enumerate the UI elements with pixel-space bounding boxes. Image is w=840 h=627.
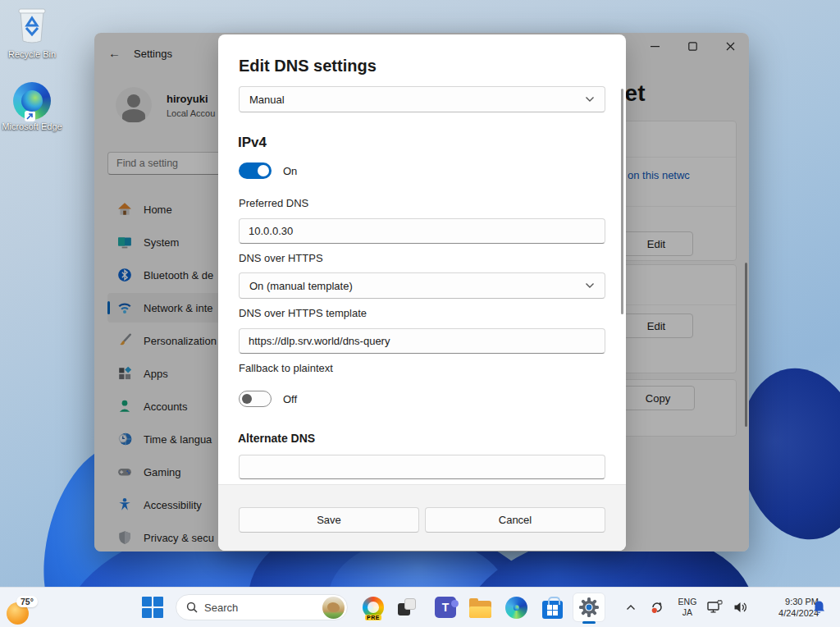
copilot-icon: PRE: [363, 597, 384, 618]
taskbar-teams-button[interactable]: T: [432, 594, 459, 620]
desktop-icon-label: Recycle Bin: [0, 49, 64, 60]
taskbar-task-view-button[interactable]: [394, 594, 420, 620]
language-line2: JA: [682, 607, 692, 618]
cancel-button[interactable]: Cancel: [425, 507, 605, 533]
tray-notification-bell[interactable]: [806, 587, 832, 627]
taskbar-search[interactable]: Search: [176, 594, 348, 620]
doh-label: DNS over HTTPS: [239, 252, 323, 264]
doh-template-label: DNS over HTTPS template: [239, 307, 367, 319]
bell-icon: [812, 600, 826, 615]
shortcut-arrow-icon: [25, 111, 35, 121]
edit-dns-dialog: Edit DNS settings Manual IPv4 On Preferr…: [218, 34, 626, 551]
file-explorer-icon: [469, 601, 491, 618]
tray-update-status[interactable]: [645, 587, 669, 627]
dialog-footer: Save Cancel: [218, 484, 626, 551]
weather-widget[interactable]: 75°: [3, 593, 52, 625]
dialog-scrollbar[interactable]: [621, 89, 623, 314]
fallback-toggle[interactable]: [239, 391, 272, 407]
start-icon: [142, 608, 152, 618]
search-icon: [186, 602, 198, 613]
teams-icon: T: [435, 597, 456, 618]
microsoft-store-icon: [542, 601, 563, 619]
desktop: Recycle Bin Microsoft Edge ← Settings hi…: [0, 0, 840, 627]
preferred-dns-label: Preferred DNS: [239, 197, 308, 209]
edge-icon: [505, 597, 527, 619]
folder-front: [469, 606, 491, 618]
chevron-down-icon: [585, 282, 595, 289]
edge-icon: [13, 82, 51, 120]
taskbar-edge-button[interactable]: [503, 594, 529, 620]
search-label: Search: [204, 602, 322, 614]
tray-language-indicator[interactable]: ENG JA: [673, 587, 702, 627]
chevron-down-icon: [585, 96, 595, 103]
start-icon: [142, 597, 152, 606]
toggle-knob: [258, 165, 269, 176]
alternate-dns-heading: Alternate DNS: [238, 432, 315, 445]
ipv4-toggle-label: On: [283, 165, 297, 177]
dns-mode-value: Manual: [249, 94, 285, 106]
toggle-knob: [242, 394, 252, 404]
settings-gear-icon: [578, 597, 600, 618]
temperature-badge: 75°: [16, 596, 38, 607]
taskbar-file-explorer-button[interactable]: [467, 594, 493, 620]
start-button[interactable]: [141, 596, 164, 619]
dns-mode-select[interactable]: Manual: [239, 86, 605, 112]
taskbar-settings-button[interactable]: [573, 593, 605, 622]
fallback-toggle-label: Off: [283, 393, 297, 405]
taskbar-copilot-button[interactable]: PRE: [360, 594, 386, 620]
start-icon: [153, 608, 163, 618]
settings-active-indicator: [582, 621, 596, 624]
doh-template-input[interactable]: [239, 328, 605, 354]
tray-volume-button[interactable]: [728, 587, 753, 627]
doh-select[interactable]: On (manual template): [239, 272, 605, 299]
dialog-title: Edit DNS settings: [239, 57, 377, 76]
search-highlight-image: [322, 597, 345, 619]
desktop-icon-recycle-bin[interactable]: Recycle Bin: [0, 7, 64, 60]
ipv4-toggle[interactable]: [239, 162, 272, 179]
recycle-bin-icon: [14, 7, 50, 44]
tray-hidden-icons-button[interactable]: [620, 587, 641, 627]
ethernet-icon: [707, 600, 723, 614]
preferred-dns-input[interactable]: [239, 218, 605, 244]
speaker-icon: [733, 601, 748, 614]
update-restart-icon: [650, 600, 664, 615]
fallback-label: Fallback to plaintext: [239, 362, 333, 374]
alternate-dns-input[interactable]: [239, 455, 605, 479]
desktop-icon-microsoft-edge[interactable]: Microsoft Edge: [0, 82, 64, 132]
ipv4-heading: IPv4: [238, 135, 267, 151]
doh-value: On (manual template): [249, 280, 353, 292]
tray-network-button[interactable]: [702, 587, 727, 627]
copilot-pre-badge: PRE: [365, 615, 381, 620]
language-line1: ENG: [678, 597, 697, 607]
task-view-icon: [404, 598, 416, 610]
taskbar-store-button[interactable]: [539, 594, 565, 620]
desktop-icon-label: Microsoft Edge: [0, 121, 64, 132]
start-icon: [153, 597, 163, 606]
windows-flag-icon: [547, 605, 558, 616]
save-button[interactable]: Save: [239, 507, 419, 533]
chevron-up-icon: [626, 604, 636, 611]
